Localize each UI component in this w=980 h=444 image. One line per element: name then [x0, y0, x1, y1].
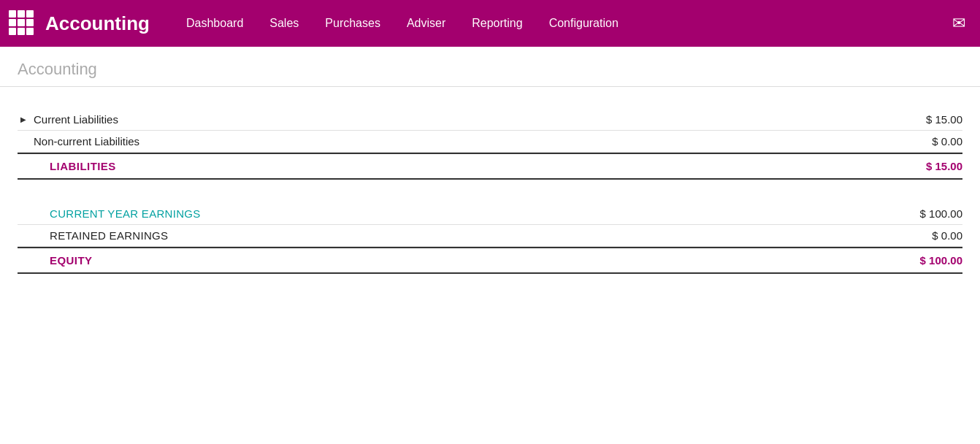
expand-icon-placeholder3 — [18, 230, 29, 242]
row-label-current-year-earnings[interactable]: CURRENT YEAR EARNINGS — [34, 207, 875, 220]
table-row: ▶ Current Liabilities $ 15.00 — [18, 109, 962, 131]
row-label-current-liabilities: Current Liabilities — [34, 113, 875, 126]
grid-icon[interactable] — [9, 10, 35, 37]
row-label-noncurrent-liabilities: Non-current Liabilities — [34, 135, 875, 148]
expand-icon[interactable]: ▶ — [18, 114, 29, 126]
row-value-current-liabilities: $ 15.00 — [875, 113, 962, 126]
page-header: Accounting — [0, 47, 980, 86]
liabilities-section: ▶ Current Liabilities $ 15.00 Non-curren… — [18, 109, 962, 180]
equity-total-label: EQUITY — [34, 254, 875, 267]
mail-icon[interactable]: ✉ — [946, 8, 971, 39]
nav-item-sales[interactable]: Sales — [256, 0, 312, 47]
equity-total-row: EQUITY $ 100.00 — [18, 247, 962, 274]
row-value-noncurrent-liabilities: $ 0.00 — [875, 135, 962, 148]
nav-item-purchases[interactable]: Purchases — [312, 0, 394, 47]
app-brand[interactable]: Accounting — [45, 12, 150, 35]
row-value-retained-earnings: $ 0.00 — [875, 229, 962, 242]
nav-menu: Dashboard Sales Purchases Adviser Report… — [173, 0, 946, 47]
equity-total-value: $ 100.00 — [875, 254, 962, 267]
liabilities-total-label: LIABILITIES — [34, 160, 875, 172]
liabilities-total-value: $ 15.00 — [875, 160, 962, 172]
main-content: ▶ Current Liabilities $ 15.00 Non-curren… — [0, 87, 980, 315]
nav-item-adviser[interactable]: Adviser — [394, 0, 459, 47]
nav-item-configuration[interactable]: Configuration — [536, 0, 632, 47]
expand-icon-placeholder — [18, 136, 29, 148]
nav-item-dashboard[interactable]: Dashboard — [173, 0, 256, 47]
expand-icon-placeholder2 — [18, 208, 29, 220]
table-row: Non-current Liabilities $ 0.00 — [18, 131, 962, 153]
navbar: Accounting Dashboard Sales Purchases Adv… — [0, 0, 980, 47]
navbar-right: ✉ — [946, 8, 971, 39]
nav-item-reporting[interactable]: Reporting — [459, 0, 535, 47]
table-row: RETAINED EARNINGS $ 0.00 — [18, 225, 962, 247]
row-value-current-year-earnings: $ 100.00 — [875, 207, 962, 220]
row-label-retained-earnings: RETAINED EARNINGS — [34, 229, 875, 242]
equity-section: CURRENT YEAR EARNINGS $ 100.00 RETAINED … — [18, 203, 962, 274]
page-title: Accounting — [18, 60, 962, 79]
table-row: CURRENT YEAR EARNINGS $ 100.00 — [18, 203, 962, 225]
liabilities-total-row: LIABILITIES $ 15.00 — [18, 153, 962, 180]
